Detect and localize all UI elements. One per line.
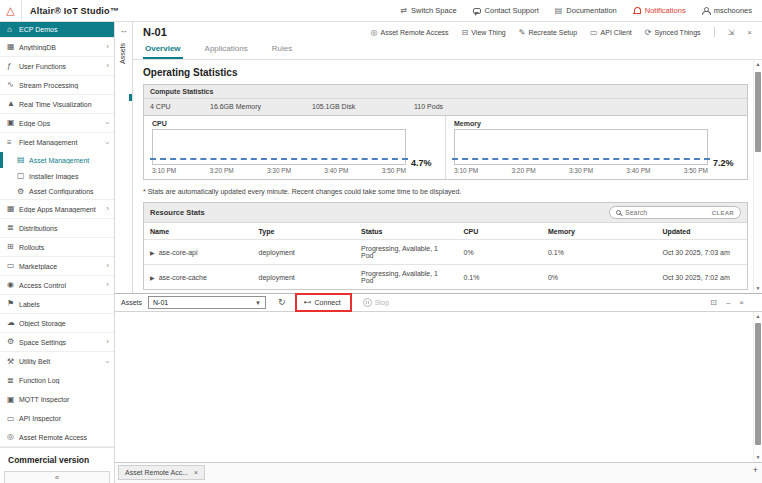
chevron-down-icon: ▼: [255, 300, 261, 306]
asset-remote-access-button[interactable]: ◎ Asset Remote Access: [371, 28, 449, 37]
user-icon: [702, 7, 710, 15]
col-cpu: CPU: [458, 223, 542, 240]
bottom-tab-bar: Asset Remote Acc... × +: [115, 462, 762, 483]
sidebar-item[interactable]: ☁ Object Storage: [0, 314, 114, 333]
x-tick: 3:30 PM: [267, 167, 291, 174]
close-panel-icon[interactable]: ×: [739, 298, 744, 307]
documentation-button[interactable]: ▤ Documentation: [555, 6, 617, 15]
sidebar-item[interactable]: ≣ Distributions: [0, 219, 114, 238]
stats-note: * Stats are automatically updated every …: [143, 188, 748, 195]
memory-chart-title: Memory: [454, 120, 739, 127]
scrollbar-thumb[interactable]: [755, 72, 761, 152]
x-tick: 3:20 PM: [511, 167, 535, 174]
sidebar-item[interactable]: ▣ MQTT Inspector: [0, 390, 114, 409]
memory-value-label: 7.2%: [713, 158, 739, 174]
close-tab-icon[interactable]: ×: [194, 469, 198, 476]
panel-scrollbar[interactable]: ▲ ▼: [753, 312, 762, 462]
compute-statistics-header: Compute Statistics: [144, 85, 747, 99]
scroll-up-icon[interactable]: ▲: [754, 60, 762, 69]
gear-icon: ⚙: [17, 188, 29, 196]
cpu-value-label: 4.7%: [411, 158, 437, 174]
tab-applications[interactable]: Applications: [203, 41, 250, 59]
sidebar-item[interactable]: ⚙ Space Settings ›: [0, 333, 114, 352]
sidebar-item[interactable]: ⊞ Rollouts: [0, 238, 114, 257]
sidebar-item[interactable]: ▤ Asset Management: [0, 152, 114, 168]
switch-space-button[interactable]: ⇄ Switch Space: [400, 6, 456, 15]
sidebar-item[interactable]: ◎ Asset Remote Access: [0, 428, 114, 447]
sidebar-item[interactable]: ◉ Access Control ›: [0, 276, 114, 295]
tab-overview[interactable]: Overview: [143, 41, 183, 59]
asset-selector[interactable]: N-01 ▼: [148, 296, 266, 309]
scroll-up-icon[interactable]: ▲: [754, 312, 762, 321]
search-clear-button[interactable]: CLEAR: [712, 210, 734, 216]
fullscreen-icon[interactable]: ⊡: [710, 298, 717, 307]
tools-icon: ⚒: [7, 358, 19, 366]
memory-plot-area: [454, 129, 708, 165]
table-row[interactable]: ▶ase-core-api deployment Progressing, Av…: [144, 240, 747, 265]
store-icon: ▭: [7, 262, 19, 270]
stop-button[interactable]: Stop: [363, 298, 389, 307]
sidebar-item[interactable]: ⚑ Labels: [0, 295, 114, 314]
sidebar-item[interactable]: ▭ Marketplace ›: [0, 257, 114, 276]
col-type: Type: [253, 223, 356, 240]
expand-row-icon[interactable]: ▶: [150, 250, 155, 256]
scrollbar-thumb[interactable]: [755, 323, 761, 445]
sidebar-item[interactable]: ∿ Stream Processing: [0, 76, 114, 95]
minimize-icon[interactable]: –: [726, 298, 730, 307]
expand-icon[interactable]: ⇲: [728, 28, 735, 37]
refresh-icon[interactable]: ↻: [278, 298, 286, 307]
main-area: N-01 ◎ Asset Remote Access ⊟ View Thing …: [133, 22, 762, 293]
sidebar-item[interactable]: ≡ Fleet Management ›: [0, 133, 114, 152]
notifications-button[interactable]: Notifications: [633, 6, 686, 15]
sidebar-item[interactable]: ⚙ Asset Configurations: [0, 184, 114, 200]
box-icon: ⊞: [7, 243, 19, 251]
rail-tab-assets[interactable]: Assets: [119, 43, 129, 64]
add-tab-button[interactable]: +: [753, 465, 758, 475]
sidebar-item[interactable]: ⚒ Utility Belt ›: [0, 352, 114, 371]
api-client-button[interactable]: ▭ API Client: [590, 28, 632, 37]
chevron-icon: ›: [106, 43, 109, 51]
cpu-chart: CPU 3:10 PM3:20 PM3:30 PM3:40 PM3:50 PM …: [144, 116, 445, 179]
waveform-icon: ∿: [7, 81, 19, 89]
tab-rules[interactable]: Rules: [270, 41, 294, 59]
tab-asset-remote-access[interactable]: Asset Remote Acc... ×: [118, 465, 205, 480]
scroll-down-icon[interactable]: ▼: [754, 453, 762, 462]
x-tick: 3:20 PM: [209, 167, 233, 174]
chevron-icon: ›: [106, 338, 109, 346]
contact-support-button[interactable]: Contact Support: [473, 6, 539, 15]
table-header-row: Name Type Status CPU Memory Updated: [144, 223, 747, 240]
sidebar-item[interactable]: ⌂ ECP Demos: [0, 22, 114, 38]
search-input[interactable]: [625, 209, 708, 216]
view-thing-button[interactable]: ⊟ View Thing: [462, 28, 506, 37]
sidebar-item[interactable]: ƒ User Functions ›: [0, 57, 114, 76]
compute-stat: 105.1GB Disk: [312, 103, 414, 110]
sidebar-item[interactable]: ≣ Function Log: [0, 371, 114, 390]
sidebar-item[interactable]: ▭ API Inspector: [0, 409, 114, 428]
table-row[interactable]: ▶ase-core-cache deployment Progressing, …: [144, 265, 747, 290]
main-scrollbar[interactable]: ▲ ▼: [753, 60, 762, 293]
compute-stat: 4 CPU: [150, 103, 210, 110]
close-icon[interactable]: ×: [747, 28, 752, 37]
sidebar-collapse-button[interactable]: «: [4, 471, 110, 483]
sidebar-item[interactable]: ▢ Installer Images: [0, 168, 114, 184]
resize-handle-icon[interactable]: ↔: [115, 26, 132, 35]
sidebar-footer: Commercial version «: [0, 447, 114, 483]
sidebar-item[interactable]: ▲ Real Time Visualization: [0, 95, 114, 114]
scroll-down-icon[interactable]: ▼: [754, 284, 762, 293]
synced-things-button[interactable]: ⟳ Synced Things: [645, 28, 701, 37]
compute-stats-row: 4 CPU16.6GB Memory105.1GB Disk110 Pods: [144, 99, 747, 116]
connect-button[interactable]: ⊷ Connect: [300, 296, 345, 309]
sidebar-item[interactable]: ▦ Edge Apps Management ›: [0, 200, 114, 219]
chevron-icon: ›: [104, 122, 112, 125]
user-menu[interactable]: mschoones: [702, 6, 752, 15]
panel-label: Assets: [121, 299, 142, 306]
collapse-icon: «: [55, 473, 59, 482]
recreate-setup-button[interactable]: ✎ Recreate Setup: [519, 28, 577, 37]
file-icon: ▢: [17, 172, 29, 180]
function-icon: ƒ: [7, 62, 19, 70]
sidebar-item[interactable]: ▣ Edge Ops ›: [0, 114, 114, 133]
sidebar-item[interactable]: ▦ AnythingDB ›: [0, 38, 114, 57]
apps-icon: ▦: [7, 205, 19, 213]
expand-row-icon[interactable]: ▶: [150, 275, 155, 281]
altair-logo[interactable]: △: [0, 0, 22, 22]
